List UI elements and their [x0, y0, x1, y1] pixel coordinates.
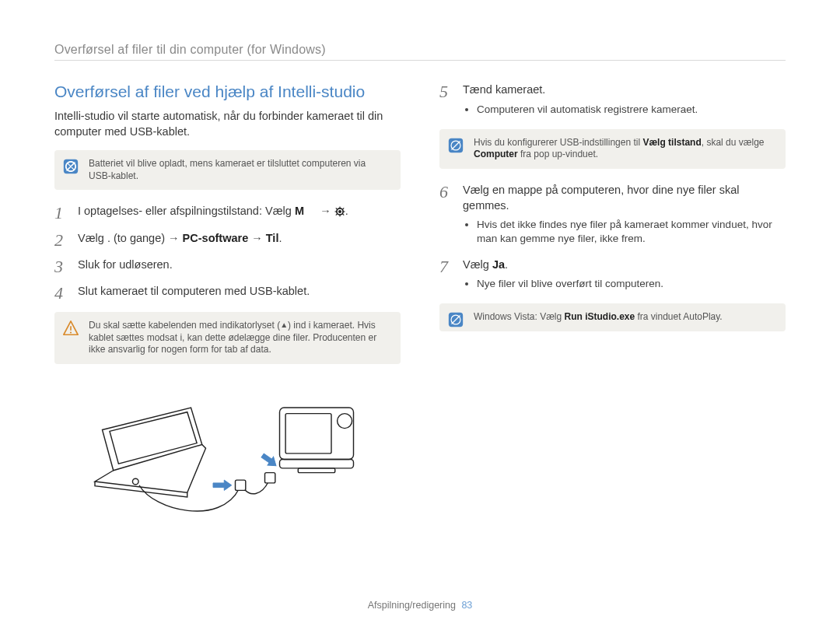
svg-point-18	[337, 413, 352, 428]
up-triangle-icon: ▲	[280, 321, 288, 329]
svg-rect-16	[279, 408, 353, 460]
right-column: 5 Tænd kameraet. Computeren vil automati…	[439, 82, 786, 521]
step-7: 7 Vælg Ja. Nye filer vil blive overført …	[439, 257, 786, 295]
step-number: 4	[54, 284, 68, 303]
step-number: 7	[439, 257, 453, 276]
step-sub: Hvis det ikke findes nye filer på kamera…	[477, 218, 786, 246]
note-text: Du skal sætte kabelenden med indikatorly…	[89, 320, 376, 355]
footer-label: Afspilning/redigering	[368, 600, 456, 611]
menu-letter: M	[295, 205, 304, 217]
svg-point-15	[132, 478, 138, 485]
step-2: 2 Vælg . (to gange) → PC-software → Til.	[54, 231, 401, 250]
steps-left: 1 I optagelses- eller afspilningstilstan…	[54, 204, 401, 303]
step-text: Slut kameraet til computeren med USB-kab…	[78, 284, 401, 299]
page-footer: Afspilning/redigering 83	[0, 600, 840, 611]
step-1: 1 I optagelses- eller afspilningstilstan…	[54, 204, 401, 222]
step-text: Vælg en mappe på computeren, hvor dine n…	[463, 183, 786, 250]
svg-point-14	[70, 331, 72, 333]
step-number: 6	[439, 183, 453, 201]
step-text: I optagelses- eller afspilningstilstand:…	[78, 204, 401, 219]
svg-rect-22	[264, 472, 275, 482]
info-icon	[62, 158, 79, 175]
info-icon	[447, 137, 464, 154]
svg-rect-17	[285, 413, 331, 453]
breadcrumb: Overførsel af filer til din computer (fo…	[54, 43, 786, 57]
step-number: 1	[54, 204, 68, 222]
connection-illustration	[54, 378, 401, 522]
note-warning: Du skal sætte kabelenden med indikatorly…	[54, 312, 401, 364]
step-5: 5 Tænd kameraet. Computeren vil automati…	[439, 82, 786, 120]
steps-right-cont: 6 Vælg en mappe på computeren, hvor dine…	[439, 183, 786, 294]
step-number: 5	[439, 82, 453, 101]
step-number: 3	[54, 257, 68, 276]
warning-icon	[62, 320, 79, 337]
step-sub: Nye filer vil blive overført til compute…	[477, 277, 786, 291]
step-text: Vælg Ja. Nye filer vil blive overført ti…	[463, 257, 786, 295]
note-vista: Windows Vista: Vælg Run iStudio.exe fra …	[439, 303, 786, 331]
note-text: Hvis du konfigurerer USB-indstillingen t…	[474, 137, 765, 160]
svg-rect-19	[279, 459, 353, 468]
steps-right: 5 Tænd kameraet. Computeren vil automati…	[439, 82, 786, 120]
step-6: 6 Vælg en mappe på computeren, hvor dine…	[439, 183, 786, 250]
manual-page: Overførsel af filer til din computer (fo…	[0, 0, 840, 634]
step-3: 3 Sluk for udløseren.	[54, 257, 401, 276]
note-text: Batteriet vil blive opladt, mens kamerae…	[89, 158, 366, 181]
content-columns: Overførsel af filer ved hjælp af Intelli…	[54, 82, 786, 521]
section-title: Overførsel af filer ved hjælp af Intelli…	[54, 82, 401, 101]
step-text: Sluk for udløseren.	[78, 257, 401, 273]
left-column: Overførsel af filer ved hjælp af Intelli…	[54, 82, 401, 521]
step-sub: Computeren vil automatisk registrere kam…	[477, 103, 786, 117]
info-icon	[447, 311, 464, 328]
page-number: 83	[461, 600, 472, 611]
intro-text: Intelli-studio vil starte automatisk, nå…	[54, 109, 401, 139]
svg-point-3	[338, 210, 341, 213]
note-usb-mode: Hvis du konfigurerer USB-indstillingen t…	[439, 129, 786, 169]
step-text: Tænd kameraet. Computeren vil automatisk…	[463, 82, 786, 120]
gear-icon	[334, 205, 345, 220]
step-4: 4 Slut kameraet til computeren med USB-k…	[54, 284, 401, 303]
divider	[54, 60, 786, 61]
note-battery: Batteriet vil blive opladt, mens kamerae…	[54, 150, 401, 190]
step-text: Vælg . (to gange) → PC-software → Til.	[78, 231, 401, 247]
svg-rect-20	[298, 468, 335, 473]
note-text: Windows Vista: Vælg Run iStudio.exe fra …	[474, 311, 723, 322]
step-number: 2	[54, 231, 68, 250]
svg-rect-21	[235, 480, 245, 490]
